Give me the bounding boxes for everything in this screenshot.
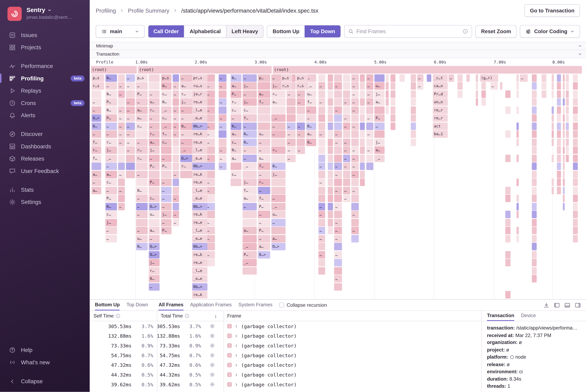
flame-frame[interactable] [573, 122, 578, 130]
flame-frame[interactable]: a… [306, 130, 316, 138]
flame-frame[interactable]: a… [258, 243, 270, 250]
flame-frame[interactable]: … [343, 194, 350, 202]
flame-frame[interactable] [566, 114, 569, 122]
flame-frame[interactable] [532, 178, 537, 186]
flame-frame[interactable] [457, 74, 463, 82]
flame-frame[interactable] [516, 178, 519, 186]
flame-frame[interactable]: un…n [433, 98, 448, 106]
flame-frame[interactable]: … [287, 122, 296, 130]
flame-frame[interactable] [318, 146, 325, 154]
flame-frame[interactable] [390, 82, 395, 90]
flame-frame[interactable]: … [136, 82, 148, 90]
flame-frame[interactable]: … [149, 122, 160, 130]
flame-frame[interactable] [328, 178, 333, 186]
flame-frame[interactable]: … [520, 74, 528, 82]
flame-frame[interactable]: … [219, 162, 227, 170]
flame-frame[interactable] [351, 138, 359, 146]
flame-frame[interactable] [566, 82, 569, 90]
flame-frame[interactable] [219, 90, 227, 98]
flame-frame[interactable]: … [351, 146, 359, 154]
flame-frame[interactable] [118, 146, 125, 154]
flame-frame[interactable] [328, 211, 333, 218]
flame-frame[interactable] [173, 154, 179, 162]
flame-frame[interactable] [386, 74, 389, 82]
flame-frame[interactable]: … [219, 114, 227, 122]
flame-frame[interactable] [173, 146, 179, 154]
flame-frame[interactable] [360, 146, 365, 154]
flame-frame[interactable] [334, 146, 342, 154]
flame-frame[interactable] [360, 138, 365, 146]
color-coding-button[interactable]: Color Coding [520, 25, 580, 38]
reset-zoom-button[interactable]: Reset Zoom [475, 25, 516, 38]
flame-frame[interactable] [118, 162, 125, 170]
flame-frame[interactable]: … [106, 227, 117, 234]
flame-frame[interactable] [360, 154, 365, 162]
flame-frame[interactable] [231, 178, 242, 186]
flame-frame[interactable] [360, 106, 365, 114]
flame-frame[interactable]: … [118, 187, 125, 194]
direction-option-bottom-up[interactable]: Bottom Up [267, 26, 305, 38]
flame-frame[interactable] [566, 146, 569, 154]
flame-frame[interactable] [573, 227, 578, 234]
flame-frame[interactable] [374, 130, 385, 138]
flame-frame[interactable]: ba…1 [433, 130, 448, 138]
flame-frame[interactable]: … [271, 122, 286, 130]
flame-frame[interactable] [411, 90, 416, 98]
flame-frame[interactable]: … [173, 130, 179, 138]
flame-frame[interactable] [563, 130, 565, 138]
flame-frame[interactable] [92, 90, 101, 98]
flame-frame[interactable] [505, 187, 511, 194]
flame-frame[interactable] [318, 154, 325, 162]
flame-frame[interactable]: _e…e [192, 114, 207, 122]
flame-frame[interactable]: … [219, 122, 227, 130]
flame-frame[interactable]: u… [374, 82, 385, 90]
flame-frame[interactable]: … [366, 114, 373, 122]
flame-frame[interactable] [149, 74, 160, 82]
flame-frame[interactable] [563, 170, 565, 178]
flame-frame[interactable]: 0… [136, 243, 148, 250]
flame-frame[interactable]: … [243, 122, 257, 130]
flame-frame[interactable]: … [334, 138, 342, 146]
flame-frame[interactable] [563, 74, 565, 82]
flame-frame[interactable]: Pr…d [433, 90, 448, 98]
total-time-header[interactable]: Total Time [161, 311, 190, 321]
checkbox-box[interactable] [279, 303, 284, 308]
flame-frame[interactable]: … [118, 114, 125, 122]
flame-frame[interactable] [516, 194, 519, 202]
flame-frame[interactable]: … [173, 114, 179, 122]
flame-frame[interactable] [573, 178, 578, 186]
flame-frame[interactable]: … [374, 122, 385, 130]
flame-frame[interactable] [505, 235, 511, 242]
sort-option-left-heavy[interactable]: Left Heavy [226, 26, 263, 38]
flame-frame[interactable]: j… [243, 82, 257, 90]
flame-frame[interactable] [532, 154, 537, 162]
flame-frame[interactable] [386, 90, 389, 98]
flame-frame[interactable]: a… [106, 170, 117, 178]
flame-frame[interactable]: 0b…> [192, 243, 207, 250]
flame-frame[interactable]: _e…e [192, 154, 207, 162]
flame-frame[interactable]: … [351, 74, 359, 82]
flame-frame[interactable]: … [287, 154, 296, 162]
flame-frame[interactable]: re…k [192, 130, 207, 138]
flame-frame[interactable]: … [243, 146, 257, 154]
flame-frame[interactable] [386, 98, 389, 106]
flame-frame[interactable]: … [136, 227, 148, 234]
flame-frame[interactable]: … [118, 138, 125, 146]
flame-frame[interactable] [136, 178, 148, 186]
flame-frame[interactable]: a… [136, 106, 148, 114]
flame-frame[interactable]: c… [106, 211, 117, 218]
flame-frame[interactable] [366, 162, 373, 170]
flame-frame[interactable] [243, 235, 257, 242]
table-row[interactable]: 47.32ms0.6%47.32ms0.6%(garbage collector… [90, 360, 481, 370]
flame-frame[interactable]: p…s [136, 74, 148, 82]
flame-frame[interactable] [573, 211, 578, 218]
flame-frame[interactable] [334, 154, 342, 162]
table-row[interactable]: 132.88ms1.6%132.88ms1.6%(garbage collect… [90, 331, 481, 341]
flame-frame[interactable] [516, 74, 519, 82]
flame-frame[interactable] [328, 114, 333, 122]
flame-frame[interactable]: … [231, 114, 242, 122]
sidebar-item-releases[interactable]: Releases [0, 152, 90, 165]
flame-frame[interactable]: _… [243, 243, 257, 250]
flame-frame[interactable]: ca…n [433, 82, 448, 90]
flame-frame[interactable] [318, 138, 325, 146]
